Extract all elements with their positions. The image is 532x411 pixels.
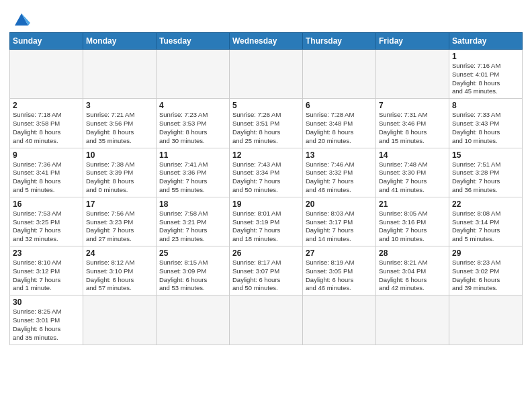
- calendar-cell: 23Sunrise: 8:10 AM Sunset: 3:12 PM Dayli…: [10, 246, 83, 295]
- calendar-cell: 12Sunrise: 7:43 AM Sunset: 3:34 PM Dayli…: [230, 148, 303, 197]
- calendar-week-row: 23Sunrise: 8:10 AM Sunset: 3:12 PM Dayli…: [10, 246, 523, 295]
- calendar-cell: 5Sunrise: 7:26 AM Sunset: 3:51 PM Daylig…: [230, 99, 303, 148]
- day-number: 8: [452, 101, 519, 110]
- calendar-cell: 11Sunrise: 7:41 AM Sunset: 3:36 PM Dayli…: [157, 148, 230, 197]
- weekday-header: Friday: [376, 33, 449, 50]
- day-number: 2: [13, 101, 80, 110]
- day-info: Sunrise: 8:03 AM Sunset: 3:17 PM Dayligh…: [306, 210, 373, 244]
- day-number: 25: [159, 248, 226, 258]
- day-number: 4: [159, 101, 226, 110]
- day-info: Sunrise: 7:28 AM Sunset: 3:48 PM Dayligh…: [306, 111, 373, 145]
- calendar-cell: [303, 295, 376, 345]
- day-info: Sunrise: 8:08 AM Sunset: 3:14 PM Dayligh…: [452, 210, 519, 244]
- day-info: Sunrise: 8:21 AM Sunset: 3:04 PM Dayligh…: [379, 259, 446, 293]
- day-number: 3: [86, 101, 153, 110]
- calendar-cell: 28Sunrise: 8:21 AM Sunset: 3:04 PM Dayli…: [376, 246, 449, 295]
- day-number: 12: [232, 150, 300, 160]
- calendar-cell: 30Sunrise: 8:25 AM Sunset: 3:01 PM Dayli…: [10, 295, 83, 345]
- day-number: 21: [379, 199, 446, 209]
- calendar-cell: [83, 295, 157, 345]
- calendar-cell: 6Sunrise: 7:28 AM Sunset: 3:48 PM Daylig…: [303, 99, 376, 148]
- day-number: 13: [306, 150, 373, 160]
- day-info: Sunrise: 8:15 AM Sunset: 3:09 PM Dayligh…: [159, 259, 226, 293]
- day-info: Sunrise: 8:12 AM Sunset: 3:10 PM Dayligh…: [86, 259, 153, 293]
- day-info: Sunrise: 7:21 AM Sunset: 3:56 PM Dayligh…: [86, 111, 153, 145]
- day-number: 23: [13, 248, 80, 258]
- calendar-cell: 14Sunrise: 7:48 AM Sunset: 3:30 PM Dayli…: [376, 148, 449, 197]
- calendar-week-row: 30Sunrise: 8:25 AM Sunset: 3:01 PM Dayli…: [10, 295, 523, 345]
- day-info: Sunrise: 7:38 AM Sunset: 3:39 PM Dayligh…: [86, 161, 153, 195]
- calendar-cell: 9Sunrise: 7:36 AM Sunset: 3:41 PM Daylig…: [10, 148, 83, 197]
- calendar-cell: 2Sunrise: 7:18 AM Sunset: 3:58 PM Daylig…: [10, 99, 83, 148]
- calendar-week-row: 1Sunrise: 7:16 AM Sunset: 4:01 PM Daylig…: [10, 50, 523, 99]
- day-info: Sunrise: 8:19 AM Sunset: 3:05 PM Dayligh…: [306, 259, 373, 293]
- day-info: Sunrise: 7:43 AM Sunset: 3:34 PM Dayligh…: [232, 161, 300, 195]
- calendar-cell: 24Sunrise: 8:12 AM Sunset: 3:10 PM Dayli…: [83, 246, 157, 295]
- logo: [9, 11, 32, 28]
- day-number: 7: [379, 101, 446, 110]
- calendar-header-row: SundayMondayTuesdayWednesdayThursdayFrid…: [10, 33, 523, 50]
- calendar-cell: 17Sunrise: 7:56 AM Sunset: 3:23 PM Dayli…: [83, 197, 157, 246]
- day-info: Sunrise: 7:26 AM Sunset: 3:51 PM Dayligh…: [232, 111, 300, 145]
- day-number: 11: [159, 150, 226, 160]
- day-info: Sunrise: 7:33 AM Sunset: 3:43 PM Dayligh…: [452, 111, 519, 145]
- day-number: 24: [86, 248, 153, 258]
- calendar-cell: 27Sunrise: 8:19 AM Sunset: 3:05 PM Dayli…: [303, 246, 376, 295]
- calendar-page: SundayMondayTuesdayWednesdayThursdayFrid…: [0, 0, 532, 411]
- weekday-header: Thursday: [303, 33, 376, 50]
- weekday-header: Saturday: [449, 33, 523, 50]
- weekday-header: Wednesday: [230, 33, 303, 50]
- header: [9, 7, 523, 28]
- day-number: 17: [86, 199, 153, 209]
- day-info: Sunrise: 7:51 AM Sunset: 3:28 PM Dayligh…: [452, 161, 519, 195]
- calendar-cell: 4Sunrise: 7:23 AM Sunset: 3:53 PM Daylig…: [157, 99, 230, 148]
- calendar-cell: [376, 295, 449, 345]
- day-info: Sunrise: 8:10 AM Sunset: 3:12 PM Dayligh…: [13, 259, 80, 293]
- day-number: 1: [452, 52, 519, 61]
- day-info: Sunrise: 7:18 AM Sunset: 3:58 PM Dayligh…: [13, 111, 80, 145]
- calendar-cell: 26Sunrise: 8:17 AM Sunset: 3:07 PM Dayli…: [230, 246, 303, 295]
- calendar-cell: 15Sunrise: 7:51 AM Sunset: 3:28 PM Dayli…: [449, 148, 523, 197]
- day-info: Sunrise: 7:16 AM Sunset: 4:01 PM Dayligh…: [452, 62, 519, 96]
- day-info: Sunrise: 7:36 AM Sunset: 3:41 PM Dayligh…: [13, 161, 80, 195]
- calendar-week-row: 2Sunrise: 7:18 AM Sunset: 3:58 PM Daylig…: [10, 99, 523, 148]
- day-info: Sunrise: 7:53 AM Sunset: 3:25 PM Dayligh…: [13, 210, 80, 244]
- day-number: 9: [13, 150, 80, 160]
- calendar-cell: 20Sunrise: 8:03 AM Sunset: 3:17 PM Dayli…: [303, 197, 376, 246]
- day-info: Sunrise: 7:48 AM Sunset: 3:30 PM Dayligh…: [379, 161, 446, 195]
- day-number: 29: [452, 248, 519, 258]
- calendar-cell: [303, 50, 376, 99]
- day-info: Sunrise: 7:56 AM Sunset: 3:23 PM Dayligh…: [86, 210, 153, 244]
- day-number: 26: [232, 248, 300, 258]
- day-number: 18: [159, 199, 226, 209]
- calendar-cell: [157, 50, 230, 99]
- calendar-week-row: 9Sunrise: 7:36 AM Sunset: 3:41 PM Daylig…: [10, 148, 523, 197]
- calendar-cell: 8Sunrise: 7:33 AM Sunset: 3:43 PM Daylig…: [449, 99, 523, 148]
- day-number: 14: [379, 150, 446, 160]
- calendar-cell: 22Sunrise: 8:08 AM Sunset: 3:14 PM Dayli…: [449, 197, 523, 246]
- calendar-cell: 10Sunrise: 7:38 AM Sunset: 3:39 PM Dayli…: [83, 148, 157, 197]
- calendar-cell: 29Sunrise: 8:23 AM Sunset: 3:02 PM Dayli…: [449, 246, 523, 295]
- day-number: 19: [232, 199, 300, 209]
- calendar-cell: 1Sunrise: 7:16 AM Sunset: 4:01 PM Daylig…: [449, 50, 523, 99]
- calendar-cell: [230, 295, 303, 345]
- day-number: 6: [306, 101, 373, 110]
- day-info: Sunrise: 8:23 AM Sunset: 3:02 PM Dayligh…: [452, 259, 519, 293]
- day-number: 27: [306, 248, 373, 258]
- weekday-header: Monday: [83, 33, 157, 50]
- calendar-cell: [157, 295, 230, 345]
- day-number: 16: [13, 199, 80, 209]
- day-number: 5: [232, 101, 300, 110]
- day-info: Sunrise: 8:17 AM Sunset: 3:07 PM Dayligh…: [232, 259, 300, 293]
- weekday-header: Sunday: [10, 33, 83, 50]
- day-info: Sunrise: 7:31 AM Sunset: 3:46 PM Dayligh…: [379, 111, 446, 145]
- calendar-cell: 13Sunrise: 7:46 AM Sunset: 3:32 PM Dayli…: [303, 148, 376, 197]
- calendar-cell: 16Sunrise: 7:53 AM Sunset: 3:25 PM Dayli…: [10, 197, 83, 246]
- day-number: 22: [452, 199, 519, 209]
- calendar-cell: 7Sunrise: 7:31 AM Sunset: 3:46 PM Daylig…: [376, 99, 449, 148]
- calendar-cell: 25Sunrise: 8:15 AM Sunset: 3:09 PM Dayli…: [157, 246, 230, 295]
- day-number: 28: [379, 248, 446, 258]
- calendar-cell: [376, 50, 449, 99]
- day-number: 15: [452, 150, 519, 160]
- day-info: Sunrise: 7:46 AM Sunset: 3:32 PM Dayligh…: [306, 161, 373, 195]
